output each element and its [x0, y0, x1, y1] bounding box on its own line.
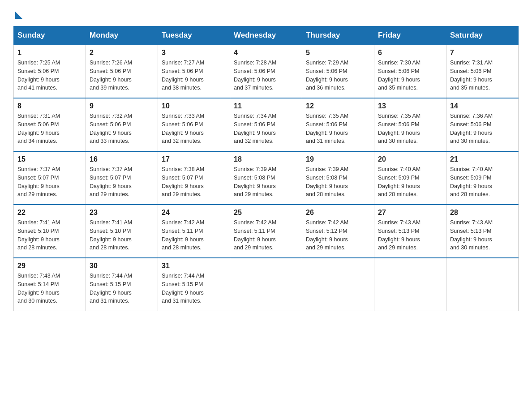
day-of-week-header: Saturday [446, 26, 519, 45]
day-info: Sunrise: 7:30 AMSunset: 5:06 PMDaylight:… [378, 59, 442, 92]
calendar-cell: 31Sunrise: 7:44 AMSunset: 5:15 PMDayligh… [158, 258, 230, 311]
calendar-cell [446, 258, 519, 311]
day-number: 23 [90, 209, 154, 217]
calendar-cell: 29Sunrise: 7:43 AMSunset: 5:14 PMDayligh… [14, 258, 86, 311]
day-info: Sunrise: 7:42 AMSunset: 5:12 PMDaylight:… [306, 218, 370, 252]
day-number: 21 [450, 155, 515, 163]
week-row: 1Sunrise: 7:25 AMSunset: 5:06 PMDaylight… [14, 45, 519, 98]
day-number: 11 [234, 102, 298, 110]
day-info: Sunrise: 7:37 AMSunset: 5:07 PMDaylight:… [17, 165, 82, 199]
day-number: 10 [162, 102, 226, 110]
day-info: Sunrise: 7:44 AMSunset: 5:15 PMDaylight:… [162, 272, 226, 305]
calendar-cell: 1Sunrise: 7:25 AMSunset: 5:06 PMDaylight… [14, 45, 86, 98]
calendar-cell: 14Sunrise: 7:36 AMSunset: 5:06 PMDayligh… [446, 98, 519, 151]
day-info: Sunrise: 7:31 AMSunset: 5:06 PMDaylight:… [17, 112, 82, 146]
day-number: 12 [306, 102, 370, 110]
day-info: Sunrise: 7:41 AMSunset: 5:10 PMDaylight:… [17, 218, 82, 252]
week-row: 22Sunrise: 7:41 AMSunset: 5:10 PMDayligh… [14, 205, 519, 258]
day-info: Sunrise: 7:26 AMSunset: 5:06 PMDaylight:… [90, 59, 154, 92]
day-info: Sunrise: 7:41 AMSunset: 5:10 PMDaylight:… [90, 218, 154, 252]
calendar-cell: 4Sunrise: 7:28 AMSunset: 5:06 PMDaylight… [230, 45, 302, 98]
day-number: 18 [234, 155, 298, 163]
day-number: 19 [306, 155, 370, 163]
day-info: Sunrise: 7:43 AMSunset: 5:14 PMDaylight:… [17, 272, 82, 305]
calendar-cell: 25Sunrise: 7:42 AMSunset: 5:11 PMDayligh… [230, 205, 302, 258]
calendar-cell [302, 258, 374, 311]
day-info: Sunrise: 7:33 AMSunset: 5:06 PMDaylight:… [162, 112, 226, 146]
page-header [13, 9, 519, 17]
calendar-cell [230, 258, 302, 311]
day-info: Sunrise: 7:42 AMSunset: 5:11 PMDaylight:… [162, 218, 226, 252]
day-of-week-header: Friday [374, 26, 446, 45]
calendar-cell: 3Sunrise: 7:27 AMSunset: 5:06 PMDaylight… [158, 45, 230, 98]
day-info: Sunrise: 7:36 AMSunset: 5:06 PMDaylight:… [450, 112, 515, 146]
calendar-cell: 16Sunrise: 7:37 AMSunset: 5:07 PMDayligh… [86, 151, 158, 205]
calendar-cell: 22Sunrise: 7:41 AMSunset: 5:10 PMDayligh… [14, 205, 86, 258]
day-number: 31 [162, 262, 226, 270]
calendar-cell: 19Sunrise: 7:39 AMSunset: 5:08 PMDayligh… [302, 151, 374, 205]
day-info: Sunrise: 7:39 AMSunset: 5:08 PMDaylight:… [234, 165, 298, 199]
day-number: 5 [306, 49, 370, 57]
calendar-cell: 2Sunrise: 7:26 AMSunset: 5:06 PMDaylight… [86, 45, 158, 98]
day-info: Sunrise: 7:43 AMSunset: 5:13 PMDaylight:… [378, 218, 442, 252]
day-number: 1 [17, 49, 82, 57]
week-row: 15Sunrise: 7:37 AMSunset: 5:07 PMDayligh… [14, 151, 519, 205]
calendar-table: SundayMondayTuesdayWednesdayThursdayFrid… [13, 26, 519, 311]
day-number: 4 [234, 49, 298, 57]
day-number: 27 [378, 209, 442, 217]
day-number: 24 [162, 209, 226, 217]
calendar-cell: 28Sunrise: 7:43 AMSunset: 5:13 PMDayligh… [446, 205, 519, 258]
day-of-week-header: Tuesday [158, 26, 230, 45]
calendar-cell: 7Sunrise: 7:31 AMSunset: 5:06 PMDaylight… [446, 45, 519, 98]
calendar-cell: 8Sunrise: 7:31 AMSunset: 5:06 PMDaylight… [14, 98, 86, 151]
calendar-cell: 9Sunrise: 7:32 AMSunset: 5:06 PMDaylight… [86, 98, 158, 151]
day-number: 6 [378, 49, 442, 57]
day-number: 3 [162, 49, 226, 57]
day-number: 28 [450, 209, 515, 217]
day-info: Sunrise: 7:43 AMSunset: 5:13 PMDaylight:… [450, 218, 515, 252]
day-info: Sunrise: 7:27 AMSunset: 5:06 PMDaylight:… [162, 59, 226, 92]
day-number: 26 [306, 209, 370, 217]
day-number: 15 [17, 155, 82, 163]
week-row: 29Sunrise: 7:43 AMSunset: 5:14 PMDayligh… [14, 258, 519, 311]
calendar-cell: 15Sunrise: 7:37 AMSunset: 5:07 PMDayligh… [14, 151, 86, 205]
day-info: Sunrise: 7:42 AMSunset: 5:11 PMDaylight:… [234, 218, 298, 252]
calendar-cell: 26Sunrise: 7:42 AMSunset: 5:12 PMDayligh… [302, 205, 374, 258]
day-info: Sunrise: 7:38 AMSunset: 5:07 PMDaylight:… [162, 165, 226, 199]
calendar-cell: 5Sunrise: 7:29 AMSunset: 5:06 PMDaylight… [302, 45, 374, 98]
calendar-cell: 11Sunrise: 7:34 AMSunset: 5:06 PMDayligh… [230, 98, 302, 151]
day-info: Sunrise: 7:28 AMSunset: 5:06 PMDaylight:… [234, 59, 298, 92]
day-info: Sunrise: 7:35 AMSunset: 5:06 PMDaylight:… [306, 112, 370, 146]
day-number: 7 [450, 49, 515, 57]
day-number: 2 [90, 49, 154, 57]
calendar-cell: 23Sunrise: 7:41 AMSunset: 5:10 PMDayligh… [86, 205, 158, 258]
calendar-cell: 24Sunrise: 7:42 AMSunset: 5:11 PMDayligh… [158, 205, 230, 258]
day-number: 8 [17, 102, 82, 110]
day-number: 9 [90, 102, 154, 110]
calendar-cell: 10Sunrise: 7:33 AMSunset: 5:06 PMDayligh… [158, 98, 230, 151]
day-number: 14 [450, 102, 515, 110]
day-number: 17 [162, 155, 226, 163]
day-info: Sunrise: 7:37 AMSunset: 5:07 PMDaylight:… [90, 165, 154, 199]
day-of-week-header: Sunday [14, 26, 86, 45]
day-number: 29 [17, 262, 82, 270]
day-number: 16 [90, 155, 154, 163]
day-number: 13 [378, 102, 442, 110]
day-info: Sunrise: 7:35 AMSunset: 5:06 PMDaylight:… [378, 112, 442, 146]
day-info: Sunrise: 7:25 AMSunset: 5:06 PMDaylight:… [17, 59, 82, 92]
calendar-cell: 20Sunrise: 7:40 AMSunset: 5:09 PMDayligh… [374, 151, 446, 205]
day-info: Sunrise: 7:31 AMSunset: 5:06 PMDaylight:… [450, 59, 515, 92]
day-of-week-header: Monday [86, 26, 158, 45]
calendar-cell: 30Sunrise: 7:44 AMSunset: 5:15 PMDayligh… [86, 258, 158, 311]
logo-triangle-icon [15, 12, 22, 19]
calendar-cell: 18Sunrise: 7:39 AMSunset: 5:08 PMDayligh… [230, 151, 302, 205]
calendar-cell: 21Sunrise: 7:40 AMSunset: 5:09 PMDayligh… [446, 151, 519, 205]
logo [13, 9, 22, 17]
day-info: Sunrise: 7:40 AMSunset: 5:09 PMDaylight:… [378, 165, 442, 199]
week-row: 8Sunrise: 7:31 AMSunset: 5:06 PMDaylight… [14, 98, 519, 151]
day-number: 30 [90, 262, 154, 270]
day-info: Sunrise: 7:29 AMSunset: 5:06 PMDaylight:… [306, 59, 370, 92]
calendar-cell: 6Sunrise: 7:30 AMSunset: 5:06 PMDaylight… [374, 45, 446, 98]
day-number: 20 [378, 155, 442, 163]
day-info: Sunrise: 7:32 AMSunset: 5:06 PMDaylight:… [90, 112, 154, 146]
